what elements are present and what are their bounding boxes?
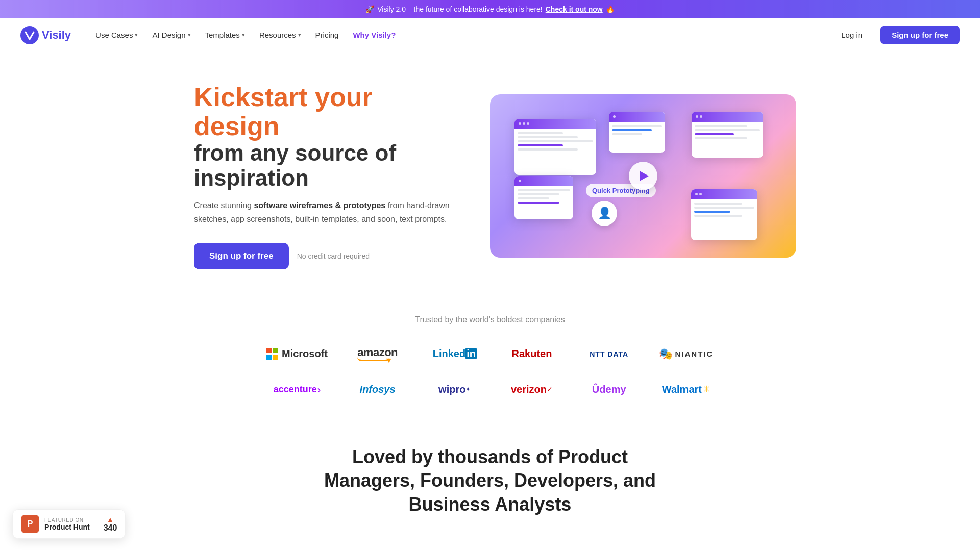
card-body: [514, 129, 596, 154]
wipro-name: wipro: [438, 384, 465, 395]
ph-arrow-icon: ▲: [107, 515, 114, 517]
card-line: [518, 189, 570, 191]
nav-links: Use Cases ▾ AI Design ▾ Templates ▾ Reso…: [89, 27, 831, 43]
logo-text: Visily: [42, 29, 71, 42]
hero-description: Create stunning software wireframes & pr…: [194, 198, 459, 226]
hero-title-line1: Kickstart your design: [194, 83, 459, 141]
mockup-container: Quick Prototyping 👤: [500, 105, 786, 247]
card-line: [518, 148, 578, 151]
hero-image-container: Quick Prototyping 👤: [490, 94, 796, 258]
card-dot: [699, 193, 702, 195]
mockup-card-4: [514, 176, 573, 219]
banner-cta[interactable]: Check it out now: [546, 5, 603, 13]
logo-wipro: wipro ✦: [432, 380, 477, 399]
no-credit-label: No credit card required: [297, 252, 370, 260]
trusted-section: Trusted by the world's boldest companies…: [0, 290, 980, 425]
card-line: [695, 129, 760, 131]
login-button[interactable]: Log in: [831, 27, 872, 43]
card-line: [518, 202, 559, 204]
card-body: [691, 199, 757, 220]
logo-amazon: amazon: [351, 343, 404, 365]
card-header: [609, 112, 665, 122]
mockup-card-1: [514, 119, 596, 175]
card-dot: [696, 115, 698, 118]
visily-logo-icon: [20, 26, 39, 44]
nttdata-name: NTT DATA: [590, 350, 628, 358]
chevron-down-icon: ▾: [298, 32, 301, 38]
hero-cta: Sign up for free No credit card required: [194, 243, 459, 269]
card-line: [518, 144, 563, 146]
play-icon: [640, 171, 649, 181]
niantic-icon: 🎭: [659, 347, 673, 361]
chevron-down-icon: ▾: [135, 32, 138, 38]
card-line: [694, 215, 742, 217]
hero-image-bg: Quick Prototyping 👤: [490, 94, 796, 258]
logos-grid: Microsoft amazon Linkedin Rakuten NTT DA…: [260, 343, 720, 399]
card-header: [514, 176, 573, 186]
card-header: [514, 119, 596, 129]
card-line: [612, 133, 642, 135]
card-line: [518, 197, 549, 199]
ms-square-green: [273, 348, 278, 353]
chevron-down-icon: ▾: [242, 32, 245, 38]
signup-button-nav[interactable]: Sign up for free: [880, 26, 960, 44]
card-header: [691, 189, 757, 199]
nav-item-templates[interactable]: Templates ▾: [199, 27, 251, 43]
trusted-title: Trusted by the world's boldest companies: [20, 315, 960, 324]
avatar: 👤: [592, 201, 617, 226]
hero-desc-prefix: Create stunning: [194, 201, 254, 210]
ms-square-yellow: [273, 355, 278, 360]
walmart-name: Walmart: [662, 384, 702, 395]
card-dot: [700, 115, 702, 118]
nav-item-ai-design[interactable]: AI Design ▾: [146, 27, 197, 43]
logo[interactable]: Visily: [20, 26, 71, 44]
card-body: [609, 122, 665, 138]
card-line: [518, 136, 578, 138]
infosys-name: Infosys: [360, 384, 396, 395]
logo-linkedin: Linkedin: [427, 344, 483, 364]
nav-item-why-visily[interactable]: Why Visily?: [347, 27, 402, 43]
walmart-star: ✳: [703, 384, 710, 395]
accenture-accent: ›: [317, 384, 321, 395]
signup-button-hero[interactable]: Sign up for free: [194, 243, 289, 269]
card-line: [612, 129, 652, 131]
card-line: [694, 211, 730, 213]
play-button[interactable]: [629, 162, 657, 190]
linkedin-name: Linkedin: [433, 348, 477, 360]
card-line: [518, 132, 563, 134]
logo-accenture: accenture ›: [267, 380, 327, 399]
card-body: [514, 186, 573, 207]
main-nav: Visily Use Cases ▾ AI Design ▾ Templates…: [0, 18, 980, 52]
banner-emoji-right: 🔥: [606, 5, 615, 13]
ms-square-blue: [266, 355, 272, 360]
mockup-card-2: [609, 112, 665, 153]
svg-point-0: [20, 26, 39, 44]
hero-content: Kickstart your design from any source of…: [194, 83, 459, 269]
ms-square-red: [266, 348, 272, 353]
ph-count: ▲ 340: [97, 515, 117, 517]
card-line: [695, 133, 734, 135]
card-line: [518, 140, 593, 142]
card-line: [695, 125, 747, 127]
logo-verizon: verizon ✓: [505, 380, 559, 399]
card-dot: [695, 193, 698, 195]
logo-udemy: Ûdemy: [586, 380, 632, 399]
nav-item-use-cases[interactable]: Use Cases ▾: [89, 27, 144, 43]
card-line: [694, 207, 754, 209]
verizon-name: verizon: [511, 384, 547, 395]
card-dot: [519, 180, 521, 182]
product-hunt-badge[interactable]: P FEATURED ON Product Hunt ▲ 340: [12, 509, 126, 517]
banner-emoji-left: 🚀: [365, 5, 374, 13]
udemy-name: Ûdemy: [592, 384, 626, 395]
niantic-name: NIANTIC: [675, 349, 713, 358]
card-header: [692, 112, 763, 122]
hero-desc-bold: software wireframes & prototypes: [254, 201, 385, 210]
nav-item-resources[interactable]: Resources ▾: [253, 27, 307, 43]
accenture-name: accenture: [274, 384, 317, 395]
amazon-text: amazon: [357, 347, 398, 361]
amazon-name: amazon: [357, 347, 398, 358]
nav-item-pricing[interactable]: Pricing: [309, 27, 345, 43]
wipro-dot: ✦: [465, 386, 471, 393]
announcement-banner: 🚀 Visily 2.0 – the future of collaborati…: [0, 0, 980, 18]
bottom-teaser-section: Loved by thousands of Product Managers, …: [0, 425, 980, 517]
